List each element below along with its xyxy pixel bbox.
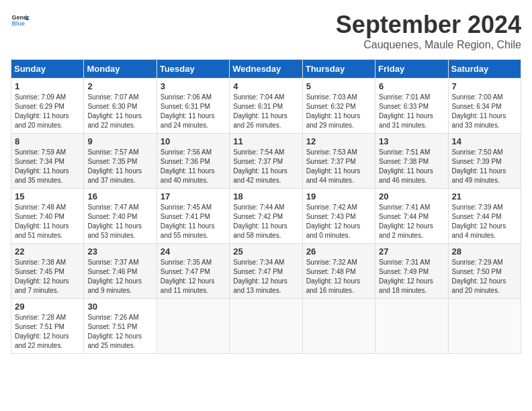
header-monday: Monday	[84, 60, 157, 79]
day-info: Sunrise: 7:42 AMSunset: 7:43 PMDaylight:…	[306, 203, 361, 239]
day-number: 11	[233, 136, 298, 146]
day-number: 29	[15, 302, 80, 312]
day-number: 27	[379, 246, 444, 257]
table-row: 22 Sunrise: 7:38 AMSunset: 7:45 PMDaylig…	[11, 244, 84, 299]
day-info: Sunrise: 7:26 AMSunset: 7:51 PMDaylight:…	[87, 314, 142, 349]
day-number: 14	[452, 136, 517, 146]
table-row: 9 Sunrise: 7:57 AMSunset: 7:35 PMDayligh…	[84, 134, 157, 189]
day-number: 18	[233, 191, 298, 201]
table-row	[157, 299, 229, 354]
day-number: 20	[379, 191, 444, 201]
day-number: 13	[379, 136, 444, 146]
logo: General Blue	[11, 11, 30, 30]
day-info: Sunrise: 7:07 AMSunset: 6:30 PMDaylight:…	[87, 93, 142, 129]
day-info: Sunrise: 7:47 AMSunset: 7:40 PMDaylight:…	[87, 203, 142, 239]
day-info: Sunrise: 7:44 AMSunset: 7:42 PMDaylight:…	[233, 203, 287, 239]
day-info: Sunrise: 7:51 AMSunset: 7:38 PMDaylight:…	[379, 148, 433, 184]
weekday-header-row: Sunday Monday Tuesday Wednesday Thursday…	[11, 60, 521, 79]
header-sunday: Sunday	[11, 60, 84, 79]
day-info: Sunrise: 7:59 AMSunset: 7:34 PMDaylight:…	[15, 148, 69, 184]
day-number: 9	[87, 136, 152, 146]
day-number: 10	[161, 136, 226, 146]
day-info: Sunrise: 7:04 AMSunset: 6:31 PMDaylight:…	[233, 93, 287, 129]
table-row: 11 Sunrise: 7:54 AMSunset: 7:37 PMDaylig…	[230, 134, 302, 189]
header-saturday: Saturday	[448, 60, 521, 79]
table-row: 3 Sunrise: 7:06 AMSunset: 6:31 PMDayligh…	[157, 79, 229, 134]
calendar-week-row: 29 Sunrise: 7:28 AMSunset: 7:51 PMDaylig…	[11, 299, 521, 354]
table-row	[302, 299, 375, 354]
table-row: 30 Sunrise: 7:26 AMSunset: 7:51 PMDaylig…	[84, 299, 157, 354]
day-number: 26	[306, 246, 371, 257]
header-tuesday: Tuesday	[157, 60, 229, 79]
location-title: Cauquenes, Maule Region, Chile	[336, 39, 521, 51]
day-number: 22	[15, 246, 80, 257]
calendar-week-row: 8 Sunrise: 7:59 AMSunset: 7:34 PMDayligh…	[11, 134, 521, 189]
table-row: 25 Sunrise: 7:34 AMSunset: 7:47 PMDaylig…	[230, 244, 302, 299]
table-row: 18 Sunrise: 7:44 AMSunset: 7:42 PMDaylig…	[230, 189, 302, 244]
calendar-table: Sunday Monday Tuesday Wednesday Thursday…	[11, 59, 521, 354]
table-row: 26 Sunrise: 7:32 AMSunset: 7:48 PMDaylig…	[302, 244, 375, 299]
page-header: General Blue September 2024 Cauquenes, M…	[11, 11, 521, 51]
day-number: 23	[87, 246, 152, 257]
day-info: Sunrise: 7:29 AMSunset: 7:50 PMDaylight:…	[452, 259, 506, 294]
table-row: 29 Sunrise: 7:28 AMSunset: 7:51 PMDaylig…	[11, 299, 84, 354]
table-row: 17 Sunrise: 7:45 AMSunset: 7:41 PMDaylig…	[157, 189, 229, 244]
day-number: 17	[161, 191, 226, 201]
day-number: 6	[379, 81, 444, 91]
day-number: 15	[15, 191, 80, 201]
day-number: 4	[233, 81, 298, 91]
day-info: Sunrise: 7:35 AMSunset: 7:47 PMDaylight:…	[161, 259, 215, 294]
table-row: 24 Sunrise: 7:35 AMSunset: 7:47 PMDaylig…	[157, 244, 229, 299]
day-info: Sunrise: 7:31 AMSunset: 7:49 PMDaylight:…	[379, 259, 433, 294]
day-number: 7	[452, 81, 517, 91]
table-row: 23 Sunrise: 7:37 AMSunset: 7:46 PMDaylig…	[84, 244, 157, 299]
day-info: Sunrise: 7:57 AMSunset: 7:35 PMDaylight:…	[87, 148, 142, 184]
day-number: 30	[87, 302, 152, 312]
day-info: Sunrise: 7:39 AMSunset: 7:44 PMDaylight:…	[452, 203, 506, 239]
day-info: Sunrise: 7:32 AMSunset: 7:48 PMDaylight:…	[306, 259, 361, 294]
day-info: Sunrise: 7:56 AMSunset: 7:36 PMDaylight:…	[161, 148, 215, 184]
table-row: 19 Sunrise: 7:42 AMSunset: 7:43 PMDaylig…	[302, 189, 375, 244]
table-row: 2 Sunrise: 7:07 AMSunset: 6:30 PMDayligh…	[84, 79, 157, 134]
day-number: 2	[87, 81, 152, 91]
table-row: 10 Sunrise: 7:56 AMSunset: 7:36 PMDaylig…	[157, 134, 229, 189]
table-row: 28 Sunrise: 7:29 AMSunset: 7:50 PMDaylig…	[448, 244, 521, 299]
table-row: 20 Sunrise: 7:41 AMSunset: 7:44 PMDaylig…	[375, 189, 448, 244]
day-info: Sunrise: 7:06 AMSunset: 6:31 PMDaylight:…	[161, 93, 215, 129]
day-info: Sunrise: 7:50 AMSunset: 7:39 PMDaylight:…	[452, 148, 506, 184]
svg-text:Blue: Blue	[11, 20, 25, 27]
day-info: Sunrise: 7:28 AMSunset: 7:51 PMDaylight:…	[15, 314, 69, 349]
header-thursday: Thursday	[302, 60, 375, 79]
table-row	[375, 299, 448, 354]
table-row: 21 Sunrise: 7:39 AMSunset: 7:44 PMDaylig…	[448, 189, 521, 244]
table-row	[448, 299, 521, 354]
calendar-week-row: 15 Sunrise: 7:48 AMSunset: 7:40 PMDaylig…	[11, 189, 521, 244]
day-info: Sunrise: 7:37 AMSunset: 7:46 PMDaylight:…	[87, 259, 142, 294]
day-info: Sunrise: 7:41 AMSunset: 7:44 PMDaylight:…	[379, 203, 433, 239]
table-row: 4 Sunrise: 7:04 AMSunset: 6:31 PMDayligh…	[230, 79, 302, 134]
day-number: 16	[87, 191, 152, 201]
calendar-week-row: 1 Sunrise: 7:09 AMSunset: 6:29 PMDayligh…	[11, 79, 521, 134]
day-info: Sunrise: 7:54 AMSunset: 7:37 PMDaylight:…	[233, 148, 287, 184]
table-row: 12 Sunrise: 7:53 AMSunset: 7:37 PMDaylig…	[302, 134, 375, 189]
table-row: 16 Sunrise: 7:47 AMSunset: 7:40 PMDaylig…	[84, 189, 157, 244]
logo-icon: General Blue	[11, 11, 30, 30]
day-info: Sunrise: 7:34 AMSunset: 7:47 PMDaylight:…	[233, 259, 287, 294]
day-info: Sunrise: 7:09 AMSunset: 6:29 PMDaylight:…	[15, 93, 69, 129]
calendar-week-row: 22 Sunrise: 7:38 AMSunset: 7:45 PMDaylig…	[11, 244, 521, 299]
day-number: 5	[306, 81, 371, 91]
month-title: September 2024	[336, 11, 521, 39]
table-row	[230, 299, 302, 354]
table-row: 5 Sunrise: 7:03 AMSunset: 6:32 PMDayligh…	[302, 79, 375, 134]
table-row: 27 Sunrise: 7:31 AMSunset: 7:49 PMDaylig…	[375, 244, 448, 299]
day-info: Sunrise: 7:00 AMSunset: 6:34 PMDaylight:…	[452, 93, 506, 129]
table-row: 8 Sunrise: 7:59 AMSunset: 7:34 PMDayligh…	[11, 134, 84, 189]
day-info: Sunrise: 7:03 AMSunset: 6:32 PMDaylight:…	[306, 93, 361, 129]
day-info: Sunrise: 7:53 AMSunset: 7:37 PMDaylight:…	[306, 148, 361, 184]
table-row: 15 Sunrise: 7:48 AMSunset: 7:40 PMDaylig…	[11, 189, 84, 244]
title-area: September 2024 Cauquenes, Maule Region, …	[336, 11, 521, 51]
table-row: 13 Sunrise: 7:51 AMSunset: 7:38 PMDaylig…	[375, 134, 448, 189]
table-row: 7 Sunrise: 7:00 AMSunset: 6:34 PMDayligh…	[448, 79, 521, 134]
day-info: Sunrise: 7:48 AMSunset: 7:40 PMDaylight:…	[15, 203, 69, 239]
day-number: 25	[233, 246, 298, 257]
